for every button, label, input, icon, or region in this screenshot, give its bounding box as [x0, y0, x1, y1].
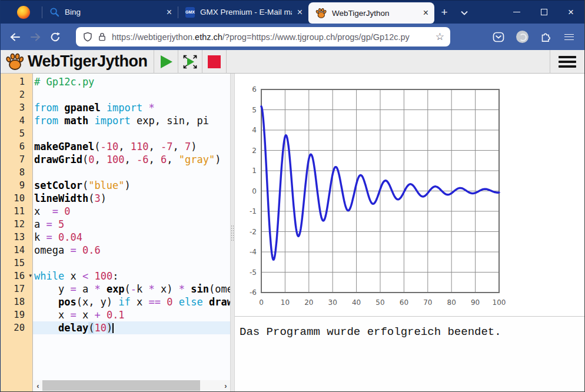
scrollbar-track[interactable]: [42, 380, 221, 391]
menu-hamburger-icon[interactable]: [559, 34, 580, 40]
line-number: 8: [1, 166, 32, 179]
new-tab-button[interactable]: +: [434, 6, 454, 19]
lock-icon[interactable]: [98, 32, 107, 42]
horizontal-scrollbar[interactable]: ‹ ›: [34, 380, 230, 391]
code-line[interactable]: y = a * exp(-k * x) * sin(ome: [33, 283, 230, 295]
line-number: 6: [1, 140, 32, 153]
paw-icon: [315, 8, 327, 19]
svg-text:-5: -5: [250, 268, 257, 277]
code-line[interactable]: k = 0.04: [33, 231, 230, 244]
line-number: 17: [1, 283, 32, 295]
reload-button[interactable]: [45, 32, 65, 42]
run-maximized-button[interactable]: [178, 50, 202, 74]
svg-text:10: 10: [281, 298, 290, 307]
panel-splitter[interactable]: [230, 74, 235, 392]
scroll-right-arrow-icon[interactable]: ›: [221, 381, 230, 390]
line-number: 13: [1, 231, 32, 244]
svg-text:0: 0: [259, 298, 264, 307]
code-line[interactable]: from gpanel import *: [33, 101, 230, 114]
line-number: 18: [1, 295, 32, 308]
svg-text:0: 0: [252, 187, 257, 195]
code-area[interactable]: # Gp12c.pyfrom gpanel import *from math …: [33, 74, 230, 392]
svg-text:80: 80: [447, 298, 456, 307]
fold-arrow-icon[interactable]: ▼: [29, 270, 32, 283]
svg-text:2: 2: [252, 147, 257, 155]
extension-avatar-icon[interactable]: [511, 31, 533, 43]
run-button[interactable]: [154, 50, 178, 74]
scrollbar-thumb[interactable]: [42, 380, 200, 391]
app-header: WebTigerJython: [1, 50, 584, 74]
svg-text:-4: -4: [250, 248, 257, 256]
pocket-icon[interactable]: [488, 32, 509, 42]
line-number: 3: [1, 101, 32, 114]
minimize-button[interactable]: [503, 1, 530, 24]
app-title: WebTigerJython: [28, 52, 148, 71]
code-editor[interactable]: 12345678910111213141516▼17181920 # Gp12c…: [1, 74, 230, 392]
svg-text:-2: -2: [250, 228, 257, 236]
code-line[interactable]: # Gp12c.py: [33, 75, 230, 88]
maximize-button[interactable]: [530, 1, 557, 24]
forward-button[interactable]: [25, 32, 45, 42]
code-line[interactable]: while x < 100:: [33, 270, 230, 283]
code-line[interactable]: [33, 88, 230, 101]
gpanel-canvas: 0102030405060708090100654210-1-2-4-5-6: [235, 74, 585, 316]
header-divider: [550, 50, 550, 74]
svg-text:40: 40: [352, 298, 361, 307]
code-line[interactable]: pos(x, y) if x == 0 else draw: [33, 295, 230, 308]
browser-window: Bing × GMX GMX Premium - E-Mail made × W…: [0, 0, 585, 392]
gmx-icon: GMX: [185, 7, 195, 18]
line-number: 15: [1, 257, 32, 270]
svg-text:100: 100: [493, 298, 506, 307]
code-line[interactable]: drawGrid(0, 100, -6, 6, "gray"): [33, 153, 230, 166]
tab-close-icon[interactable]: ×: [297, 8, 303, 17]
code-line[interactable]: omega = 0.6: [33, 244, 230, 257]
tab-close-icon[interactable]: ×: [423, 8, 428, 18]
webtigerjython-paw-logo: [5, 52, 24, 71]
window-close-button[interactable]: ×: [557, 1, 584, 24]
code-line[interactable]: x = 0: [33, 205, 230, 218]
play-icon: [158, 54, 174, 69]
line-number: 19: [1, 308, 32, 321]
code-line[interactable]: [33, 127, 230, 140]
stop-button[interactable]: [202, 50, 226, 74]
tab-title: GMX Premium - E-Mail made: [200, 8, 292, 16]
text-cursor: [112, 323, 114, 333]
search-icon: [49, 7, 59, 17]
shield-icon[interactable]: [83, 32, 92, 42]
code-line[interactable]: makeGPanel(-10, 110, -7, 7): [33, 140, 230, 153]
code-line[interactable]: [33, 166, 230, 179]
bookmark-star-icon[interactable]: ☆: [436, 31, 444, 43]
svg-text:4: 4: [252, 126, 257, 134]
svg-text:50: 50: [375, 298, 384, 307]
list-tabs-chevron-icon[interactable]: [454, 6, 474, 19]
tab-webtigerjython[interactable]: WebTigerJython ×: [308, 2, 434, 24]
scroll-left-arrow-icon[interactable]: ‹: [34, 381, 42, 390]
svg-text:90: 90: [471, 298, 480, 307]
navigation-toolbar: https://webtigerjython.ethz.ch/?prog=htt…: [1, 24, 584, 50]
code-line[interactable]: from math import exp, sin, pi: [33, 114, 230, 127]
url-text[interactable]: https://webtigerjython.ethz.ch/?prog=htt…: [112, 32, 430, 42]
line-number: 4: [1, 114, 32, 127]
back-button[interactable]: [5, 32, 25, 42]
firefox-icon[interactable]: [17, 6, 30, 19]
svg-text:70: 70: [423, 298, 432, 307]
url-bar[interactable]: https://webtigerjython.ethz.ch/?prog=htt…: [76, 27, 450, 46]
puzzle-extensions-icon[interactable]: [535, 31, 556, 42]
window-controls: ×: [503, 1, 584, 24]
tab-bar: Bing × GMX GMX Premium - E-Mail made × W…: [1, 0, 584, 24]
app-menu-hamburger-icon[interactable]: [559, 56, 576, 68]
line-number: 11: [1, 205, 32, 218]
code-line[interactable]: x = x + 0.1: [33, 308, 230, 321]
tab-close-icon[interactable]: ×: [167, 8, 172, 17]
tab-bing[interactable]: Bing ×: [42, 2, 178, 22]
line-number-gutter: 12345678910111213141516▼17181920: [1, 74, 33, 392]
line-number: 7: [1, 153, 32, 166]
code-line[interactable]: [33, 257, 230, 270]
code-line[interactable]: setColor("blue"): [33, 179, 230, 192]
code-line[interactable]: delay(10): [33, 321, 230, 334]
code-line[interactable]: lineWidth(3): [33, 192, 230, 205]
code-line[interactable]: a = 5: [33, 218, 230, 231]
tab-gmx[interactable]: GMX GMX Premium - E-Mail made ×: [178, 2, 308, 22]
navbar-right-icons: [488, 31, 580, 43]
stop-icon: [208, 55, 221, 68]
